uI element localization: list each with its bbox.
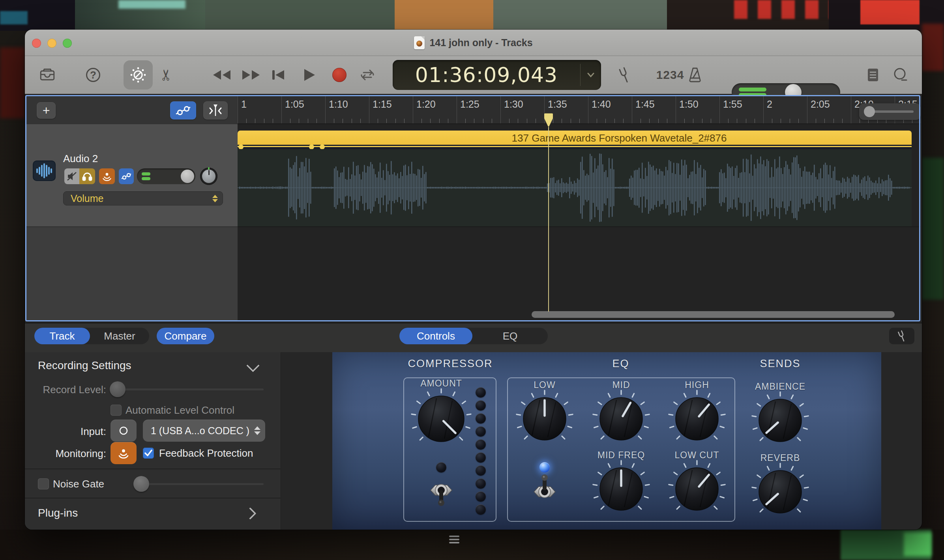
horizontal-zoom-slider[interactable] [859,103,921,120]
ruler-gridline [763,96,764,124]
solo-button[interactable] [79,168,95,184]
compare-button[interactable]: Compare [157,328,214,344]
ruler-minor-tick [404,119,405,123]
input-monitoring-button[interactable] [99,168,115,184]
plugins-chevron-icon[interactable] [246,509,255,518]
track-volume-slider[interactable] [137,168,195,184]
minimize-button[interactable] [47,39,56,48]
ruler-minor-tick [667,119,667,123]
editors-scissors-icon[interactable]: ✂ [156,56,176,94]
ruler-minor-tick [255,119,255,123]
knob-high[interactable] [666,388,728,450]
rewind-button[interactable] [210,56,232,94]
tuner-fork-icon[interactable] [614,56,634,94]
playhead-marker[interactable] [543,113,554,129]
show-automation-button[interactable] [170,101,196,119]
tab-eq[interactable]: EQ [472,328,548,344]
automation-lane[interactable] [238,145,912,149]
add-track-button[interactable]: + [37,102,56,119]
knob-mid-freq[interactable] [590,458,652,520]
ruler-time-label: 1:40 [592,99,611,110]
noise-gate-checkbox[interactable] [38,478,49,489]
loop-browser-icon[interactable] [890,56,910,94]
ruler-gridline [807,96,807,124]
input-source-dropdown[interactable]: 1 (USB A...o CODEC ) [143,420,265,442]
track-name[interactable]: Audio 2 [63,153,98,165]
ruler-time-label: 1:55 [723,99,742,110]
knob-low[interactable] [514,388,575,450]
volume-automation-line[interactable] [238,146,912,147]
record-level-knob[interactable] [110,381,125,397]
playhead-line[interactable] [548,127,549,312]
ruler-minor-tick [439,119,440,123]
input-format-button[interactable] [111,420,137,442]
metronome-icon[interactable] [685,56,705,94]
toggle-switch-up[interactable] [532,471,557,511]
feedback-protection-label: Feedback Protection [159,447,253,459]
horizontal-scrollbar[interactable] [532,311,895,318]
automation-icon [120,172,132,181]
ruler-minor-tick [860,119,860,123]
lcd-mode-chevron-icon[interactable] [581,73,601,77]
ruler-minor-tick [492,119,492,123]
ruler-minor-tick [343,119,343,123]
track-automation-button[interactable] [119,168,134,184]
noise-gate-knob[interactable] [133,476,149,492]
pan-knob[interactable] [200,168,217,185]
collapse-chevron-icon[interactable] [248,361,258,370]
ruler-minor-tick [352,119,352,123]
knob-low-cut[interactable] [666,458,728,520]
track-icon[interactable] [33,161,56,181]
catch-playhead-button[interactable] [203,101,228,119]
track-volume-knob[interactable] [181,170,194,183]
panel-divider [25,469,281,469]
input-label: Input: [25,426,106,438]
garageband-window: 141 john only - Tracks ? ✂ [25,30,922,530]
background-menu-glyph [449,536,459,543]
fast-forward-button[interactable] [240,56,262,94]
automation-parameter-dropdown[interactable]: Volume [63,191,223,205]
tuning-button[interactable] [889,328,914,344]
record-level-label: Record Level: [25,384,106,396]
smart-controls-button[interactable] [124,56,153,94]
play-button[interactable] [300,56,318,94]
tab-track[interactable]: Track [34,328,90,344]
help-icon[interactable]: ? [83,56,103,94]
automatic-level-label: Automatic Level Control [125,404,234,416]
tab-master[interactable]: Master [90,328,149,344]
go-to-beginning-button[interactable] [270,56,287,94]
ruler-time-label: 1:45 [635,99,655,110]
cycle-button[interactable] [357,56,378,94]
monitoring-button[interactable] [111,442,137,464]
region-header[interactable]: 137 Game Awards Forspoken Wavetale_2#876 [238,131,912,145]
meter-led [476,426,486,437]
record-button[interactable] [330,56,349,94]
close-button[interactable] [32,39,41,48]
ruler-minor-tick [641,119,641,123]
tab-controls[interactable]: Controls [399,328,472,344]
time-ruler[interactable]: 11:051:101:151:201:251:301:351:401:451:5… [238,96,921,124]
zoom-slider-knob[interactable] [864,106,875,117]
catch-icon [206,103,225,118]
automatic-level-checkbox[interactable] [111,405,122,416]
mute-button[interactable] [64,168,79,184]
notepad-icon[interactable] [863,56,883,94]
feedback-protection-checkbox[interactable] [143,448,154,459]
rack-section-title: EQ [612,358,629,370]
ruler-minor-tick [684,119,685,123]
title-bar[interactable]: 141 john only - Tracks [25,30,922,56]
zoom-button[interactable] [63,39,72,48]
knob-ambience[interactable] [749,390,811,451]
ruler-minor-tick [649,119,650,123]
meter-led [476,465,486,476]
knob-reverb[interactable] [749,461,811,523]
media-browser-icon[interactable] [38,56,57,94]
audio-region-waveform[interactable] [238,149,912,226]
monitoring-icon [102,172,112,181]
knob-amount[interactable] [409,386,474,451]
knob-mid[interactable] [590,388,652,450]
lcd-display[interactable]: 01:36:09,043 [393,60,601,90]
volume-level-bar [739,88,766,91]
toggle-switch-down[interactable] [429,470,454,509]
knob-icon [129,66,147,84]
